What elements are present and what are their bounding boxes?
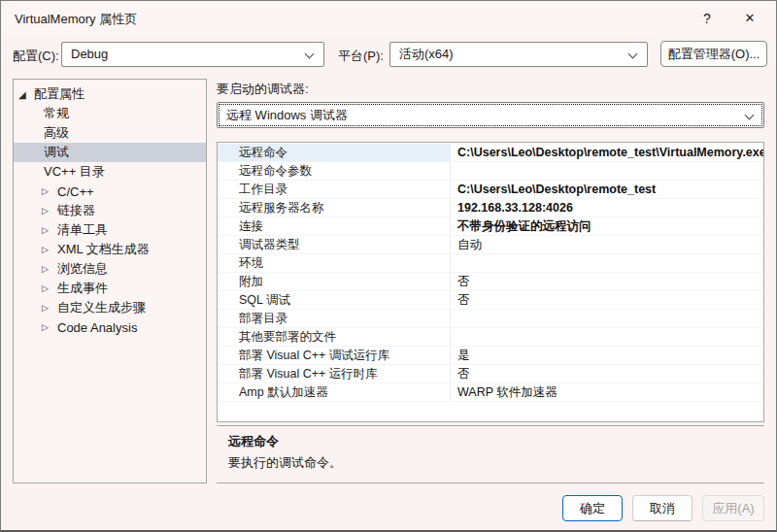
sidebar-item[interactable]: ▷ C/C++ [14, 182, 206, 201]
sidebar-item[interactable]: ▷ 清单工具 [14, 220, 206, 240]
configuration-value: Debug [71, 47, 108, 61]
debugger-select[interactable]: 远程 Windows 调试器 [217, 102, 764, 128]
description-title: 远程命令 [228, 433, 753, 450]
sidebar-item[interactable]: ▷ Code Analysis [14, 317, 206, 337]
sidebar-item-label: 调试 [44, 144, 69, 161]
property-value-cell[interactable]: 否 [451, 273, 763, 290]
property-value-cell[interactable]: 否 [451, 365, 763, 382]
table-row: 调试器类型 自动 [218, 236, 763, 254]
apply-button[interactable]: 应用(A) [702, 495, 764, 521]
sidebar-item[interactable]: ▷ XML 文档生成器 [14, 240, 206, 259]
description-text: 要执行的调试命令。 [228, 454, 753, 472]
sidebar-item-label: C/C++ [57, 184, 94, 199]
table-row: 远程命令 C:\Users\Leo\Desktop\remote_test\Vi… [218, 144, 763, 162]
tree-collapsed-icon: ▷ [42, 245, 57, 254]
property-name-cell[interactable]: 远程服务器名称 [218, 199, 451, 216]
tree-collapsed-icon: ▷ [42, 186, 57, 196]
property-value-cell[interactable]: 不带身份验证的远程访问 [451, 217, 763, 235]
tree-collapsed-icon: ▷ [42, 283, 57, 293]
configuration-label: 配置(C): [13, 48, 59, 65]
property-value-cell[interactable]: C:\Users\Leo\Desktop\remote_test [451, 181, 763, 198]
platform-select[interactable]: 活动(x64) [389, 42, 648, 67]
property-name-cell[interactable]: 部署 Visual C++ 调试运行库 [218, 347, 451, 364]
window-title: VirtualMemory 属性页 [15, 11, 137, 28]
property-name-cell[interactable]: 其他要部署的文件 [218, 328, 451, 346]
property-value-cell[interactable]: 是 [451, 347, 763, 364]
property-name-cell[interactable]: 部署 Visual C++ 运行时库 [218, 365, 451, 382]
title-bar: VirtualMemory 属性页 ? ✕ [1, 1, 776, 36]
property-name-cell[interactable]: 远程命令 [218, 144, 451, 161]
table-row: 远程命令参数 [218, 162, 763, 181]
property-value-cell[interactable]: 自动 [451, 236, 763, 253]
table-row: 工作目录 C:\Users\Leo\Desktop\remote_test [218, 181, 763, 199]
sidebar-item[interactable]: 高级 [14, 123, 206, 143]
property-value-cell[interactable] [451, 310, 763, 327]
platform-label: 平台(P): [338, 48, 384, 65]
tree-collapsed-icon: ▷ [42, 303, 57, 313]
property-value-cell[interactable]: C:\Users\Leo\Desktop\remote_test\Virtual… [451, 144, 763, 161]
sidebar-item[interactable]: ▷ 链接器 [14, 201, 206, 220]
ok-button[interactable]: 确定 [562, 495, 623, 521]
sidebar-item-label: 浏览信息 [57, 260, 108, 278]
table-row: 远程服务器名称 192.168.33.128:4026 [218, 199, 763, 217]
sidebar-item-label: 配置属性 [34, 85, 84, 103]
tree-collapsed-icon: ▷ [42, 264, 57, 274]
property-name-cell[interactable]: SQL 调试 [218, 291, 451, 309]
chevron-down-icon [305, 50, 315, 59]
chevron-down-icon [628, 50, 638, 59]
property-name-cell[interactable]: 工作目录 [218, 181, 451, 198]
property-name-cell[interactable]: 远程命令参数 [218, 162, 451, 180]
sidebar-item-label: 链接器 [57, 202, 95, 219]
property-name-cell[interactable]: 部署目录 [218, 310, 451, 327]
configuration-manager-button[interactable]: 配置管理器(O)... [660, 41, 767, 67]
property-name-cell[interactable]: 环境 [218, 254, 451, 272]
property-name-cell[interactable]: 调试器类型 [218, 236, 451, 253]
property-grid: 远程命令 C:\Users\Leo\Desktop\remote_test\Vi… [217, 142, 764, 422]
sidebar-item[interactable]: VC++ 目录 [14, 162, 206, 182]
description-pane: 远程命令 要执行的调试命令。 [217, 425, 764, 483]
tree-collapsed-icon: ▷ [42, 225, 57, 235]
table-row: SQL 调试 否 [218, 291, 763, 310]
configuration-select[interactable]: Debug [61, 42, 324, 67]
table-row: 附加 否 [218, 273, 763, 291]
sidebar-item[interactable]: 常规 [14, 104, 206, 123]
property-value-cell[interactable]: WARP 软件加速器 [451, 383, 763, 401]
cancel-button[interactable]: 取消 [632, 495, 693, 521]
property-name-cell[interactable]: Amp 默认加速器 [218, 383, 451, 401]
sidebar-item-label: Code Analysis [57, 320, 137, 335]
property-value-cell[interactable] [451, 254, 763, 272]
tree-collapsed-icon: ▷ [42, 206, 57, 216]
property-value-cell[interactable] [451, 162, 763, 180]
table-row: 连接 不带身份验证的远程访问 [218, 217, 763, 236]
sidebar-item-label: XML 文档生成器 [57, 241, 150, 258]
sidebar-item[interactable]: ◢ 配置属性 [14, 84, 206, 104]
table-row: 部署目录 [218, 310, 763, 328]
sidebar-item[interactable]: ▷ 生成事件 [14, 279, 206, 298]
sidebar-item[interactable]: ▷ 自定义生成步骤 [14, 298, 206, 317]
chevron-down-icon [745, 111, 755, 120]
sidebar-item-label: 常规 [44, 105, 69, 122]
tree-expanded-icon: ◢ [18, 89, 34, 100]
table-row: 其他要部署的文件 [218, 328, 763, 347]
property-name-cell[interactable]: 附加 [218, 273, 451, 290]
table-row: 部署 Visual C++ 运行时库 否 [218, 365, 763, 383]
property-value-cell[interactable]: 否 [451, 291, 763, 309]
close-icon[interactable]: ✕ [731, 4, 768, 33]
sidebar-item-label: 清单工具 [57, 221, 108, 239]
sidebar-item[interactable]: 调试 [14, 143, 206, 162]
property-pages-dialog: VirtualMemory 属性页 ? ✕ 配置(C): Debug 平台(P)… [0, 0, 777, 532]
sidebar-item-label: VC++ 目录 [44, 163, 105, 181]
property-name-cell[interactable]: 连接 [218, 217, 451, 235]
sidebar-item[interactable]: ▷ 浏览信息 [14, 259, 206, 279]
sidebar-item-label: 自定义生成步骤 [57, 299, 146, 316]
sidebar-item-label: 生成事件 [57, 280, 108, 297]
property-value-cell[interactable]: 192.168.33.128:4026 [451, 199, 763, 216]
tree-collapsed-icon: ▷ [42, 322, 57, 332]
debugger-value: 远程 Windows 调试器 [226, 108, 348, 122]
help-icon[interactable]: ? [689, 4, 726, 33]
table-row: Amp 默认加速器 WARP 软件加速器 [218, 383, 763, 402]
property-tree: ◢ 配置属性 常规 高级 调试 VC++ 目录 ▷ C/C++ ▷ 链接器 ▷ … [13, 79, 207, 483]
property-value-cell[interactable] [451, 328, 763, 346]
platform-value: 活动(x64) [399, 47, 454, 61]
sidebar-item-label: 高级 [44, 124, 69, 142]
